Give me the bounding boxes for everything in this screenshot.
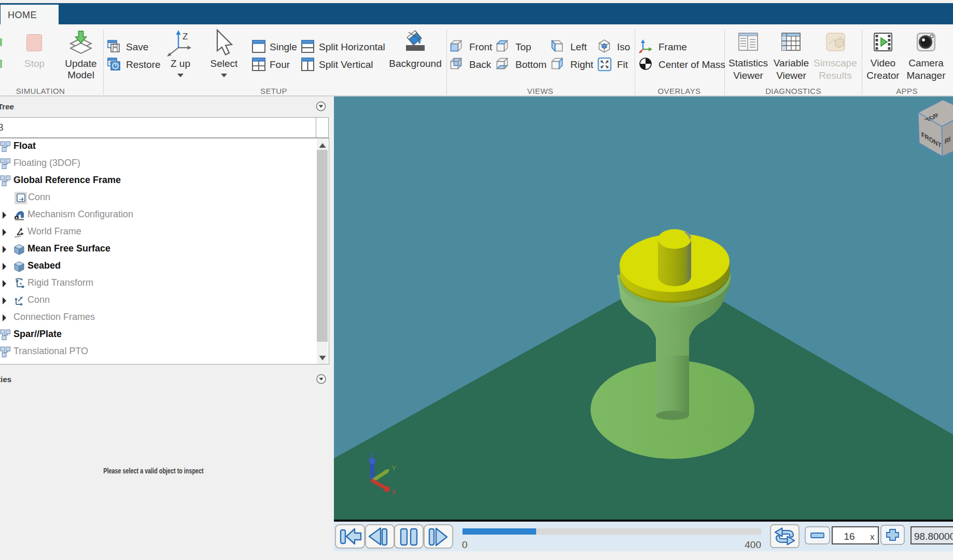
svg-text:x: x xyxy=(870,532,875,542)
svg-text:0: 0 xyxy=(462,539,468,550)
svg-text:X: X xyxy=(391,488,397,496)
svg-text:400: 400 xyxy=(745,539,761,550)
svg-text:16: 16 xyxy=(844,531,854,542)
svg-text:98.80000: 98.80000 xyxy=(914,531,953,542)
svg-text:Z: Z xyxy=(370,452,374,460)
svg-text:Y: Y xyxy=(391,464,397,472)
